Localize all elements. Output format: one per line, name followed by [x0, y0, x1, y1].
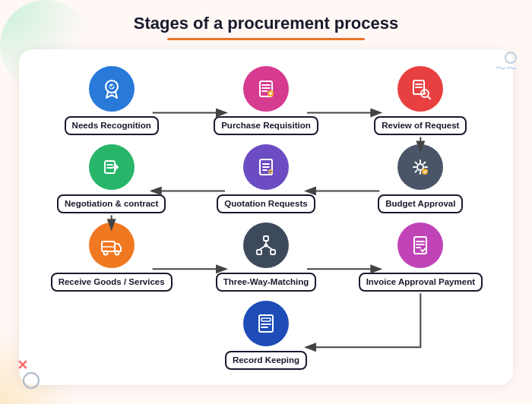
label-purchase-requisition: Purchase Requisition: [214, 116, 318, 135]
svg-point-19: [422, 169, 428, 175]
deco-x-icon: ✕: [17, 357, 28, 374]
records-icon: [254, 311, 278, 336]
icon-quotation-requests: [243, 144, 289, 190]
deco-circle-small2: [505, 52, 517, 64]
svg-rect-31: [414, 237, 426, 254]
label-three-way-matching: Three-Way-Matching: [216, 273, 317, 292]
flow-grid: Needs Recognition Purchase Requisition: [34, 62, 498, 374]
doc-icon: [254, 155, 278, 179]
svg-point-21: [103, 251, 107, 254]
icon-budget-approval: [397, 144, 443, 190]
cell-purchase-requisition: Purchase Requisition: [188, 62, 343, 140]
svg-point-22: [115, 251, 119, 254]
invoice-icon: [408, 233, 432, 257]
cell-budget-approval: Budget Approval: [344, 140, 498, 218]
page-title: Stages of a procurement process: [134, 14, 398, 33]
label-negotiation-contract: Negotiation & contract: [57, 194, 166, 213]
deco-circle-small: [23, 372, 40, 389]
gear-icon: [408, 155, 432, 179]
icon-needs-recognition: [89, 66, 135, 112]
label-needs-recognition: Needs Recognition: [65, 116, 159, 135]
icon-invoice-approval: [397, 223, 443, 268]
main-container: Stages of a procurement process ✕ 〜〜 Nee…: [0, 0, 532, 404]
label-invoice-approval: Invoice Approval Payment: [359, 273, 483, 292]
flowchart-card: Needs Recognition Purchase Requisition: [19, 49, 513, 385]
label-receive-goods: Receive Goods / Services: [51, 273, 173, 292]
svg-rect-36: [261, 318, 271, 321]
icon-review-of-request: [397, 66, 443, 112]
list-icon: [254, 77, 278, 101]
title-underline: [167, 38, 365, 40]
label-record-keeping: Record Keeping: [225, 351, 307, 370]
cell-record-keeping: Record Keeping: [188, 296, 343, 374]
icon-three-way-matching: [243, 223, 289, 268]
svg-line-11: [428, 96, 430, 99]
deco-wave: 〜〜: [496, 62, 517, 76]
search-icon: [408, 77, 432, 101]
award-icon: [100, 77, 124, 101]
label-quotation-requests: Quotation Requests: [217, 194, 315, 213]
icon-negotiation-contract: [89, 144, 135, 190]
cell-three-way-matching: Three-Way-Matching: [188, 218, 343, 296]
cell-receive-goods: Receive Goods / Services: [34, 218, 188, 296]
icon-purchase-requisition: [243, 66, 289, 112]
cell-negotiation-contract: Negotiation & contract: [34, 140, 188, 218]
cell-quotation-requests: Quotation Requests: [188, 140, 343, 218]
svg-point-18: [417, 164, 423, 170]
cell-needs-recognition: Needs Recognition: [34, 62, 188, 140]
label-budget-approval: Budget Approval: [378, 194, 463, 213]
icon-record-keeping: [243, 301, 289, 346]
label-review-of-request: Review of Request: [374, 116, 467, 135]
cell-review-of-request: Review of Request: [344, 62, 498, 140]
icon-receive-goods: [89, 223, 135, 268]
network-icon: [254, 233, 278, 257]
handshake-icon: [100, 155, 124, 179]
svg-point-12: [423, 92, 426, 95]
svg-point-30: [264, 243, 268, 247]
cell-invoice-approval: Invoice Approval Payment: [344, 218, 498, 296]
truck-icon: [100, 233, 124, 257]
